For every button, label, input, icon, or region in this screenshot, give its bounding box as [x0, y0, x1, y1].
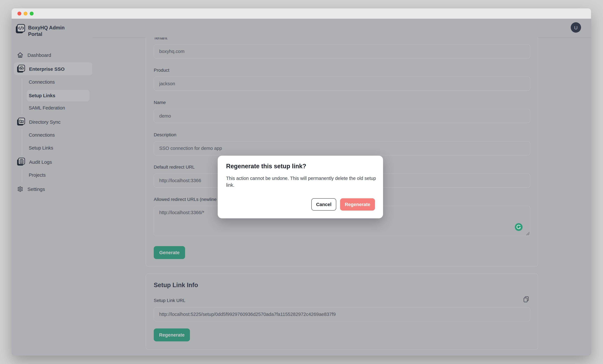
dialog-message: This action cannot be undone. This will … — [226, 175, 378, 189]
regenerate-confirm-button[interactable]: Regenerate — [340, 198, 375, 211]
app-viewport: BoxyHQ Admin Portal Dashboard — [12, 19, 591, 356]
zoom-window-button[interactable] — [30, 12, 34, 15]
close-window-button[interactable] — [17, 12, 21, 15]
app-window: BoxyHQ Admin Portal Dashboard — [12, 8, 591, 356]
minimize-window-button[interactable] — [23, 12, 27, 15]
window-titlebar — [12, 8, 591, 19]
desktop-background: BoxyHQ Admin Portal Dashboard — [0, 0, 603, 364]
regenerate-confirm-dialog: Regenerate this setup link? This action … — [218, 156, 383, 218]
dialog-title: Regenerate this setup link? — [226, 163, 306, 170]
cancel-button[interactable]: Cancel — [311, 198, 336, 211]
